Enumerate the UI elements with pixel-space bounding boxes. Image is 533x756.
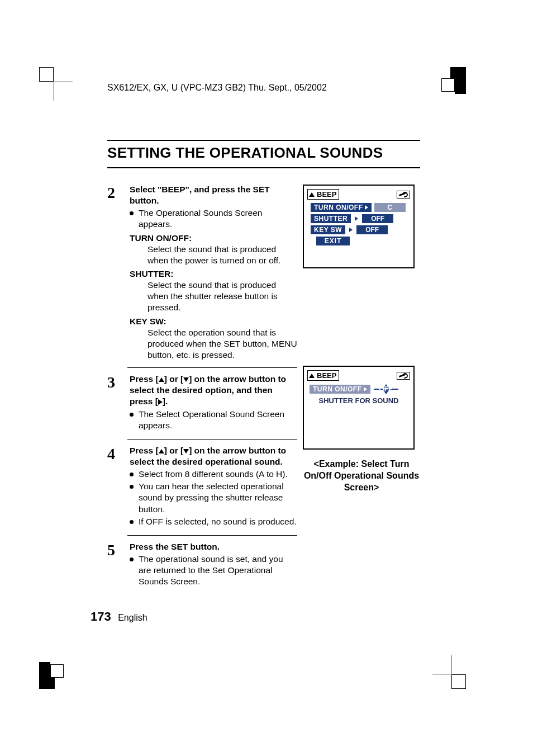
- step-3-bullet: The Select Operational Sound Screen appe…: [130, 409, 297, 431]
- down-arrow-icon: [183, 449, 189, 453]
- step-4: 4 Press [] or [] on the arrow button to …: [107, 445, 297, 530]
- step-5: 5 Press the SET button. The operational …: [107, 541, 297, 590]
- step-3-lead: Press [] or [] on the arrow button to se…: [130, 374, 297, 407]
- page-language: English: [118, 613, 147, 622]
- step-5-lead: Press the SET button.: [130, 541, 297, 552]
- menu-value: OFF: [362, 214, 393, 223]
- label-turnonoff: TURN ON/OFF:: [130, 233, 297, 244]
- value-with-arrows: OFF: [374, 384, 398, 394]
- menu-row-shutter: SHUTTER OFF: [307, 214, 410, 223]
- page-footer: 173 English: [91, 609, 147, 624]
- divider: [127, 367, 297, 368]
- menu-row-turnonoff: TURN ON/OFF C: [307, 203, 410, 212]
- desc-shutter: Select the sound that is produced when t…: [130, 280, 297, 313]
- label-keysw: KEY SW:: [130, 316, 297, 327]
- step-number: 3: [107, 374, 130, 433]
- step-number: 2: [107, 184, 130, 362]
- step-2: 2 Select "BEEP", and press the SET butto…: [107, 184, 297, 362]
- t: Press [: [130, 446, 159, 455]
- step-4-bullet-3: If OFF is selected, no sound is produced…: [130, 516, 297, 527]
- menu-label: KEY SW: [311, 225, 345, 234]
- screen2-title: BEEP: [317, 371, 336, 380]
- up-triangle-icon: [309, 374, 315, 378]
- t: TURN ON/OFF: [314, 204, 363, 211]
- label-shutter: SHUTTER:: [130, 268, 297, 280]
- crop-mark-bl: [39, 655, 73, 689]
- menu-label: TURN ON/OFF: [311, 203, 372, 212]
- step-4-bullet-2: You can hear the selected operational so…: [130, 481, 297, 514]
- desc-keysw: Select the operation sound that is produ…: [130, 327, 297, 361]
- right-arrow-icon: [364, 387, 367, 391]
- right-arrow-icon: [158, 399, 163, 405]
- down-arrow-icon: [183, 377, 189, 382]
- wrench-icon: [399, 373, 408, 379]
- wrench-icon: [399, 192, 408, 197]
- step-2-bullet: The Operational Sounds Screen appears.: [130, 207, 297, 230]
- up-arrow-icon: [159, 377, 164, 382]
- doc-header: SX612/EX, GX, U (VPC-MZ3 GB2) Thu. Sept.…: [107, 83, 327, 93]
- page-number: 173: [91, 609, 111, 623]
- menu-row-keysw: KEY SW OFF: [307, 225, 410, 234]
- screen1-title-box: BEEP: [307, 189, 339, 200]
- crop-mark-br: [432, 655, 466, 689]
- tool-icon-box: [397, 191, 410, 199]
- divider: [127, 535, 297, 536]
- desc-turnonoff: Select the sound that is produced when t…: [130, 244, 297, 266]
- right-arrow-icon: [365, 205, 368, 210]
- t: Press [: [130, 374, 159, 384]
- up-arrow-icon: [159, 449, 164, 453]
- step-5-bullet: The operational sound is set, and you ar…: [130, 554, 297, 587]
- t: TURN ON/OFF: [313, 385, 362, 393]
- step-3: 3 Press [] or [] on the arrow button to …: [107, 374, 297, 433]
- up-triangle-icon: [309, 192, 315, 197]
- crop-mark-tl: [39, 67, 73, 101]
- screen-caption: <Example: Select Turn On/Off Operational…: [303, 459, 420, 493]
- screen1-title: BEEP: [317, 190, 336, 199]
- t: ] or [: [164, 446, 183, 455]
- step-number: 4: [107, 445, 130, 530]
- lcd-screen-2: BEEP TURN ON/OFF OFF SHUTTER FOR SOUND: [303, 366, 415, 450]
- menu-label: SHUTTER: [311, 214, 351, 223]
- screen2-hint: SHUTTER FOR SOUND: [307, 396, 410, 405]
- menu-exit: EXIT: [316, 237, 350, 245]
- menu-value: OFF: [374, 389, 398, 390]
- tool-icon-box: [397, 372, 410, 380]
- screen2-title-box: BEEP: [307, 370, 339, 381]
- t: ].: [163, 396, 168, 406]
- step-2-lead: Select "BEEP", and press the SET button.: [130, 184, 297, 206]
- divider: [127, 439, 297, 440]
- menu-value: C: [374, 203, 406, 212]
- lcd-screen-1: BEEP TURN ON/OFF C SHUTTER OFF KEY SW OF…: [303, 185, 415, 268]
- menu-value: OFF: [356, 225, 388, 234]
- section-title: SETTING THE OPERATIONAL SOUNDS: [107, 144, 420, 162]
- step-4-bullet-1: Select from 8 different sounds (A to H).: [130, 469, 297, 480]
- t: ] or [: [164, 374, 183, 384]
- step-4-lead: Press [] or [] on the arrow button to se…: [130, 445, 297, 467]
- section-title-block: SETTING THE OPERATIONAL SOUNDS: [107, 140, 420, 168]
- crop-mark-tr: [438, 67, 466, 95]
- right-arrow-icon: [355, 216, 358, 221]
- menu-label: TURN ON/OFF: [310, 385, 370, 394]
- right-arrow-icon: [349, 228, 353, 232]
- step-number: 5: [107, 541, 130, 590]
